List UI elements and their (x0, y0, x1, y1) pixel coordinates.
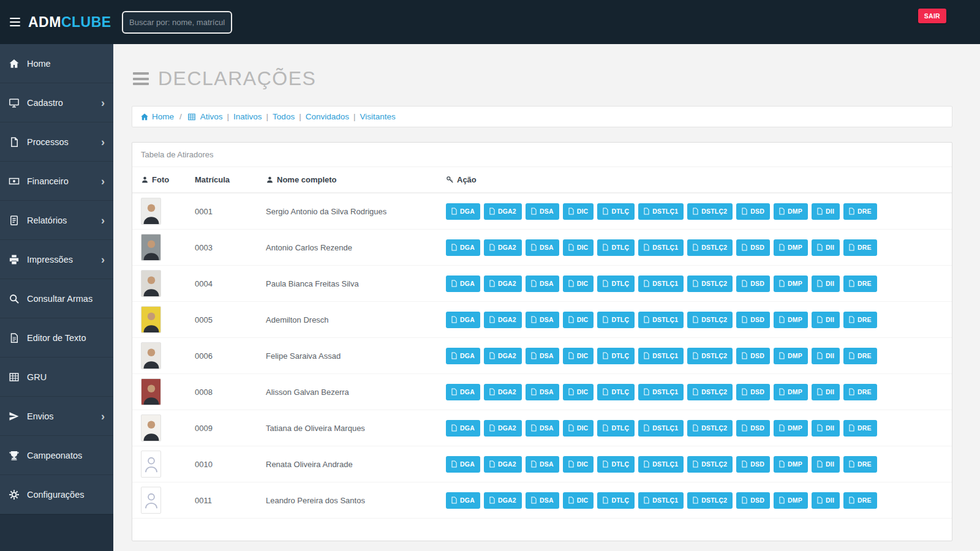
declaration-button-dmp[interactable]: DMP (774, 239, 808, 256)
declaration-button-dmp[interactable]: DMP (774, 348, 808, 364)
sidebar-item-processos[interactable]: Processos› (0, 122, 113, 162)
declaration-button-dsd[interactable]: DSD (736, 276, 770, 292)
declaration-button-dga2[interactable]: DGA2 (484, 312, 522, 328)
declaration-button-dstlc-2[interactable]: DSTLÇ2 (687, 239, 733, 256)
sidebar-item-envios[interactable]: Envios› (0, 397, 113, 436)
declaration-button-dii[interactable]: DII (812, 492, 840, 509)
sidebar-item-editor-de-texto[interactable]: Editor de Texto (0, 318, 113, 358)
declaration-button-dre[interactable]: DRE (843, 492, 877, 509)
declaration-button-dii[interactable]: DII (812, 312, 840, 328)
declaration-button-dii[interactable]: DII (812, 420, 840, 437)
declaration-button-dsa[interactable]: DSA (526, 420, 559, 437)
declaration-button-dga2[interactable]: DGA2 (484, 456, 522, 473)
declaration-button-dic[interactable]: DIC (563, 312, 594, 328)
declaration-button-dga[interactable]: DGA (446, 348, 480, 364)
declaration-button-dtlc[interactable]: DTLÇ (597, 276, 635, 292)
declaration-button-dsd[interactable]: DSD (736, 456, 770, 473)
declaration-button-dtlc[interactable]: DTLÇ (597, 312, 635, 328)
declaration-button-dga2[interactable]: DGA2 (484, 348, 522, 364)
sidebar-item-home[interactable]: Home (0, 44, 113, 83)
declaration-button-dstlc-2[interactable]: DSTLÇ2 (687, 384, 733, 400)
declaration-button-dmp[interactable]: DMP (774, 456, 808, 473)
declaration-button-dstlc-2[interactable]: DSTLÇ2 (687, 456, 733, 473)
declaration-button-dsa[interactable]: DSA (526, 239, 559, 256)
declaration-button-dstlc-1[interactable]: DSTLÇ1 (638, 239, 684, 256)
declaration-button-dii[interactable]: DII (812, 348, 840, 364)
breadcrumb-link-todos[interactable]: Todos (273, 112, 295, 121)
declaration-button-dre[interactable]: DRE (843, 384, 877, 400)
declaration-button-dsd[interactable]: DSD (736, 239, 770, 256)
declaration-button-dstlc-1[interactable]: DSTLÇ1 (638, 384, 684, 400)
declaration-button-dstlc-1[interactable]: DSTLÇ1 (638, 492, 684, 509)
declaration-button-dstlc-1[interactable]: DSTLÇ1 (638, 276, 684, 292)
search-input[interactable] (122, 11, 232, 34)
declaration-button-dstlc-2[interactable]: DSTLÇ2 (687, 203, 733, 220)
declaration-button-dtlc[interactable]: DTLÇ (597, 384, 635, 400)
declaration-button-dmp[interactable]: DMP (774, 492, 808, 509)
declaration-button-dre[interactable]: DRE (843, 312, 877, 328)
declaration-button-dsa[interactable]: DSA (526, 312, 559, 328)
declaration-button-dre[interactable]: DRE (843, 203, 877, 220)
declaration-button-dre[interactable]: DRE (843, 239, 877, 256)
declaration-button-dtlc[interactable]: DTLÇ (597, 456, 635, 473)
declaration-button-dic[interactable]: DIC (563, 492, 594, 509)
declaration-button-dsd[interactable]: DSD (736, 420, 770, 437)
declaration-button-dic[interactable]: DIC (563, 420, 594, 437)
declaration-button-dii[interactable]: DII (812, 239, 840, 256)
declaration-button-dga[interactable]: DGA (446, 239, 480, 256)
declaration-button-dga[interactable]: DGA (446, 420, 480, 437)
declaration-button-dic[interactable]: DIC (563, 276, 594, 292)
declaration-button-dstlc-2[interactable]: DSTLÇ2 (687, 420, 733, 437)
declaration-button-dmp[interactable]: DMP (774, 312, 808, 328)
declaration-button-dic[interactable]: DIC (563, 384, 594, 400)
logout-button[interactable]: SAIR (918, 9, 946, 23)
sidebar-item-configurac-o-es[interactable]: Configurações (0, 475, 113, 514)
breadcrumb-link-ativos[interactable]: Ativos (200, 112, 223, 121)
declaration-button-dre[interactable]: DRE (843, 420, 877, 437)
declaration-button-dga[interactable]: DGA (446, 384, 480, 400)
declaration-button-dga[interactable]: DGA (446, 456, 480, 473)
declaration-button-dstlc-2[interactable]: DSTLÇ2 (687, 348, 733, 364)
declaration-button-dic[interactable]: DIC (563, 239, 594, 256)
declaration-button-dstlc-1[interactable]: DSTLÇ1 (638, 456, 684, 473)
declaration-button-dmp[interactable]: DMP (774, 276, 808, 292)
declaration-button-dga[interactable]: DGA (446, 276, 480, 292)
sidebar-item-cadastro[interactable]: Cadastro› (0, 83, 113, 122)
declaration-button-dstlc-2[interactable]: DSTLÇ2 (687, 312, 733, 328)
declaration-button-dga2[interactable]: DGA2 (484, 384, 522, 400)
declaration-button-dsa[interactable]: DSA (526, 456, 559, 473)
declaration-button-dsd[interactable]: DSD (736, 348, 770, 364)
declaration-button-dii[interactable]: DII (812, 384, 840, 400)
declaration-button-dmp[interactable]: DMP (774, 203, 808, 220)
declaration-button-dga2[interactable]: DGA2 (484, 420, 522, 437)
declaration-button-dsa[interactable]: DSA (526, 203, 559, 220)
declaration-button-dre[interactable]: DRE (843, 276, 877, 292)
declaration-button-dsd[interactable]: DSD (736, 384, 770, 400)
declaration-button-dtlc[interactable]: DTLÇ (597, 348, 635, 364)
declaration-button-dstlc-2[interactable]: DSTLÇ2 (687, 492, 733, 509)
declaration-button-dii[interactable]: DII (812, 456, 840, 473)
declaration-button-dstlc-1[interactable]: DSTLÇ1 (638, 203, 684, 220)
declaration-button-dsa[interactable]: DSA (526, 348, 559, 364)
declaration-button-dre[interactable]: DRE (843, 456, 877, 473)
sidebar-item-gru[interactable]: GRU (0, 358, 113, 397)
declaration-button-dga2[interactable]: DGA2 (484, 276, 522, 292)
declaration-button-dsd[interactable]: DSD (736, 312, 770, 328)
declaration-button-dtlc[interactable]: DTLÇ (597, 492, 635, 509)
declaration-button-dsd[interactable]: DSD (736, 203, 770, 220)
declaration-button-dstlc-1[interactable]: DSTLÇ1 (638, 420, 684, 437)
declaration-button-dsa[interactable]: DSA (526, 384, 559, 400)
declaration-button-dga[interactable]: DGA (446, 492, 480, 509)
declaration-button-dsa[interactable]: DSA (526, 492, 559, 509)
breadcrumb-link-inativos[interactable]: Inativos (233, 112, 262, 121)
declaration-button-dii[interactable]: DII (812, 203, 840, 220)
declaration-button-dmp[interactable]: DMP (774, 384, 808, 400)
declaration-button-dga[interactable]: DGA (446, 312, 480, 328)
declaration-button-dmp[interactable]: DMP (774, 420, 808, 437)
sidebar-item-consultar-armas[interactable]: Consultar Armas (0, 279, 113, 318)
breadcrumb-home-link[interactable]: Home (140, 112, 174, 121)
declaration-button-dii[interactable]: DII (812, 276, 840, 292)
declaration-button-dsa[interactable]: DSA (526, 276, 559, 292)
declaration-button-dga2[interactable]: DGA2 (484, 203, 522, 220)
breadcrumb-link-visitantes[interactable]: Visitantes (360, 112, 395, 121)
